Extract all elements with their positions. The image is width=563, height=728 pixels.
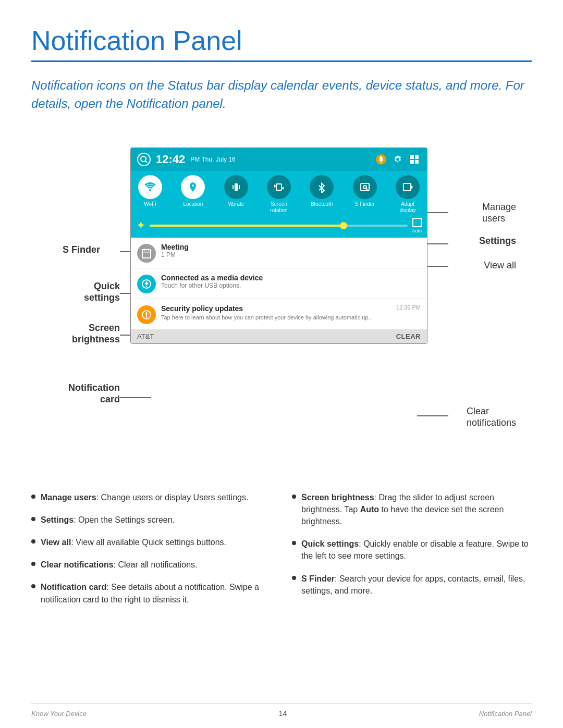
adapt-display-label: Adaptdisplay (399, 201, 415, 214)
manage-users-label: Manageusers (482, 201, 516, 225)
wifi-icon (138, 175, 162, 199)
qs-location[interactable]: Location (178, 175, 208, 207)
sfinder-label: S Finder (63, 244, 100, 256)
bullet-notification-card-text: Notification card: See details about a n… (41, 581, 271, 605)
svg-point-16 (149, 189, 151, 191)
location-icon (181, 175, 205, 199)
security-time: 12:35 PM (396, 304, 421, 311)
meeting-content: Meeting 1 PM (161, 243, 421, 258)
qs-vibrate[interactable]: Vibrate (221, 175, 251, 207)
status-bar-left: 12:42 PM Thu, July 16 (137, 153, 236, 166)
qs-wifi[interactable]: Wi-Fi (135, 175, 165, 207)
usb-content: Connected as a media device Touch for ot… (161, 274, 421, 289)
bullet-clear-notifications-text: Clear notifications: Clear all notificat… (41, 559, 198, 571)
usb-sub: Touch for other USB options. (161, 282, 421, 289)
bullet-dot (292, 495, 296, 499)
bluetooth-label: Bluetooth (311, 201, 333, 207)
brightness-track[interactable] (150, 225, 408, 227)
svg-rect-18 (232, 185, 234, 189)
bell-icon (375, 153, 387, 166)
bullet-manage-users-text: Manage users: Change users or display Us… (41, 491, 248, 503)
footer-page-number: 14 (279, 709, 287, 718)
search-circle-icon (137, 153, 151, 166)
vibrate-label: Vibrate (228, 201, 244, 207)
bullets-section: Manage users: Change users or display Us… (31, 491, 532, 616)
notification-card-label: Notificationcard (52, 382, 120, 405)
bullet-dot (31, 584, 35, 588)
brightness-auto-control: Auto (412, 218, 422, 233)
wifi-label: Wi-Fi (144, 201, 156, 207)
svg-rect-12 (410, 155, 414, 159)
qs-sfinder[interactable]: S Finder (350, 175, 380, 207)
adapt-display-icon (396, 175, 420, 199)
svg-rect-14 (410, 160, 414, 164)
bullet-dot (31, 539, 35, 544)
bullet-quick-settings: Quick settings: Quickly enable or disabl… (292, 538, 532, 562)
svg-rect-13 (415, 155, 419, 159)
bullet-settings: Settings: Open the Settings screen. (31, 514, 271, 526)
quick-settings-row: Wi-Fi Location (131, 171, 427, 216)
title-divider (31, 60, 532, 62)
auto-checkbox[interactable] (412, 218, 422, 227)
usb-icon (137, 275, 156, 293)
bullet-screen-brightness: Screen brightness: Drag the slider to ad… (292, 491, 532, 528)
rotation-label: Screenrotation (270, 201, 287, 214)
footer-left: Know Your Device (31, 710, 87, 718)
security-icon (137, 305, 156, 324)
meeting-icon (137, 244, 156, 263)
svg-line-23 (366, 188, 368, 190)
brightness-row: ✦ Auto (131, 216, 427, 238)
status-time: 12:42 (156, 153, 185, 166)
phone-panel: 12:42 PM Thu, July 16 (130, 147, 427, 344)
clear-notifications-label: Clearnotifications (467, 405, 516, 429)
security-sub: Tap here to learn about how you can prot… (161, 314, 421, 321)
bullet-quick-settings-text: Quick settings: Quickly enable or disabl… (301, 538, 532, 562)
security-header: Security policy updates 12:35 PM (161, 304, 421, 313)
svg-rect-24 (403, 183, 411, 191)
diagram-area: S Finder Quicksettings Screenbrightness … (31, 132, 532, 465)
page-title: Notification Panel (31, 25, 532, 56)
meeting-sub: 1 PM (161, 251, 421, 258)
bullet-screen-brightness-text: Screen brightness: Drag the slider to ad… (301, 491, 532, 528)
qs-adapt[interactable]: Adaptdisplay (393, 175, 423, 214)
clear-button[interactable]: CLEAR (396, 332, 421, 340)
bullet-sfinder: S Finder: Search your device for apps, c… (292, 573, 532, 597)
qs-bluetooth[interactable]: Bluetooth (307, 175, 337, 207)
bullet-manage-users: Manage users: Change users or display Us… (31, 491, 271, 503)
location-label: Location (183, 201, 203, 207)
rotation-icon (267, 175, 291, 199)
qs-rotation[interactable]: Screenrotation (264, 175, 294, 214)
security-content: Security policy updates 12:35 PM Tap her… (161, 304, 421, 321)
usb-card[interactable]: Connected as a media device Touch for ot… (131, 268, 427, 299)
bullet-clear-notifications: Clear notifications: Clear all notificat… (31, 559, 271, 571)
page-footer: Know Your Device 14 Notification Panel (31, 704, 532, 718)
usb-title: Connected as a media device (161, 274, 421, 282)
gear-icon[interactable] (391, 153, 404, 166)
bullet-dot (31, 517, 35, 521)
page-subtitle: Notification icons on the Status bar dis… (31, 77, 532, 113)
meeting-card[interactable]: Meeting 1 PM (131, 238, 427, 268)
sfinder-icon (353, 175, 377, 199)
status-bar-right (375, 153, 421, 166)
bullet-view-all-text: View all: View all available Quick setti… (41, 536, 226, 548)
svg-rect-15 (415, 160, 419, 164)
svg-point-11 (381, 161, 382, 163)
bullet-view-all: View all: View all available Quick setti… (31, 536, 271, 548)
notification-bottom-bar: AT&T CLEAR (131, 329, 427, 343)
screen-brightness-label: Screenbrightness (57, 322, 120, 346)
bullet-dot (31, 562, 35, 566)
svg-rect-17 (235, 183, 238, 191)
vibrate-icon (224, 175, 248, 199)
status-time-sub: PM Thu, July 16 (190, 156, 235, 163)
quick-settings-label: Quicksettings (57, 280, 120, 304)
bullet-dot (31, 495, 35, 499)
brightness-fill (150, 225, 344, 227)
grid-icon[interactable] (408, 153, 421, 166)
meeting-title: Meeting (161, 243, 421, 251)
svg-point-33 (146, 316, 148, 317)
view-all-label: View all (484, 260, 516, 272)
auto-label: Auto (412, 228, 422, 233)
security-card[interactable]: Security policy updates 12:35 PM Tap her… (131, 299, 427, 329)
svg-rect-19 (239, 185, 240, 189)
bullet-sfinder-text: S Finder: Search your device for apps, c… (301, 573, 532, 597)
